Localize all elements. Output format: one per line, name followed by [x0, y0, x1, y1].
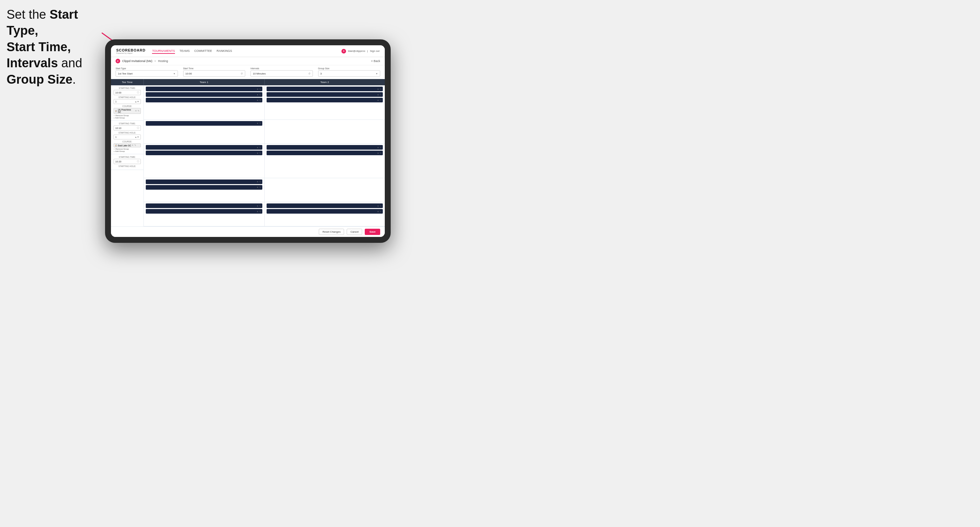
- th-team1: Team 1: [144, 79, 265, 85]
- start-type-select[interactable]: 1st Tee Start ▼: [116, 70, 178, 77]
- player-entry-3a-2: ✕ ✎: [146, 209, 262, 214]
- nav-links: TOURNAMENTS TEAMS COMMITTEE RANKINGS: [152, 49, 342, 54]
- course-tag-1: 🏌 (A) Peachtree GC ✕ ✎: [114, 108, 141, 114]
- player-edit-2a-2[interactable]: ✎: [259, 152, 261, 154]
- team2-col-2a: ✕ ✎ ✕ ✎: [265, 144, 385, 178]
- save-button[interactable]: Save: [365, 229, 380, 235]
- instruction-text: Set the Start Type, Start Time, Interval…: [6, 6, 111, 87]
- player-x-t2-2a-1[interactable]: ✕: [377, 146, 379, 149]
- nav-rankings[interactable]: RANKINGS: [217, 49, 232, 54]
- team-row-3a: ✕ ✎ ✕ ✎ ✕ ✎: [144, 202, 385, 226]
- remove-group-2[interactable]: ○ Remove Group: [114, 148, 141, 150]
- tee-group-1: STARTING TIME: 10:00 ⓘ STARTING HOLE: 1 …: [111, 85, 143, 121]
- player-edit-3a-1[interactable]: ✎: [259, 205, 261, 207]
- breadcrumb-logo: C: [116, 59, 120, 63]
- player-entry-t2-3a-2: ✕ ✎: [267, 209, 383, 214]
- player-x-3a-2[interactable]: ✕: [257, 210, 258, 213]
- course-remove-2[interactable]: ✕: [132, 144, 134, 147]
- player-edit-t2-2a-2[interactable]: ✎: [380, 152, 382, 154]
- starting-hole-value-1[interactable]: 1 ▲▼: [114, 99, 141, 104]
- table-body: STARTING TIME: 10:00 ⓘ STARTING HOLE: 1 …: [111, 85, 385, 226]
- player-edit-1a-3[interactable]: ✎: [259, 99, 261, 102]
- nav-teams[interactable]: TEAMS: [180, 49, 190, 54]
- nav-committee[interactable]: COMMITTEE: [194, 49, 212, 54]
- sign-out-link[interactable]: Sign out: [370, 49, 380, 52]
- player-edit-t2-3a-2[interactable]: ✎: [380, 210, 382, 213]
- player-entry-t2-1a-3: ✕ ✎: [267, 98, 383, 102]
- add-group-1[interactable]: + Add Group: [114, 117, 141, 119]
- group-size-select[interactable]: 3 ▼: [318, 70, 380, 77]
- starting-time-value-1[interactable]: 10:00 ⓘ: [114, 90, 141, 95]
- team-row-2a: ✕ ✎ ✕ ✎ ✕ ✎: [144, 144, 385, 178]
- player-edit-t2-2a-1[interactable]: ✎: [380, 146, 382, 149]
- player-x-1a-1[interactable]: ✕: [257, 88, 258, 90]
- starting-time-value-3[interactable]: 10:20 ⓘ: [114, 159, 141, 164]
- player-entry-t2-1a-1: ✕ ✎: [267, 87, 383, 91]
- remove-group-1[interactable]: ○ Remove Group: [114, 114, 141, 116]
- starting-hole-label-2: STARTING HOLE:: [114, 132, 141, 134]
- player-x-t2-3a-1[interactable]: ✕: [377, 205, 379, 207]
- th-team2: Team 2: [265, 79, 385, 85]
- start-type-arrow-icon: ▼: [173, 73, 176, 75]
- player-edit-2a-1[interactable]: ✎: [259, 146, 261, 149]
- team1-col-1a: ✕ ✎ ✕ ✎ ✕ ✎: [144, 85, 265, 119]
- tee-group-2: STARTING TIME: 10:10 ⓘ STARTING HOLE: 1 …: [111, 121, 143, 154]
- intervals-label: Intervals: [250, 67, 313, 70]
- intervals-select[interactable]: 10 Minutes ⏱: [250, 70, 313, 77]
- footer-bar: Reset Changes Cancel Save: [111, 226, 385, 237]
- hole-arrow-icon-2: ▲▼: [135, 136, 139, 138]
- player-x-t2-2a-2[interactable]: ✕: [377, 152, 379, 154]
- start-time-group: Start Time 10:00 ⏱: [183, 67, 246, 77]
- cancel-button[interactable]: Cancel: [347, 229, 362, 235]
- player-x-2a-1[interactable]: ✕: [257, 146, 258, 149]
- group-size-group: Group Size 3 ▼: [318, 67, 380, 77]
- player-entry-1a-3: ✕ ✎: [146, 98, 262, 102]
- back-button[interactable]: < Back: [371, 59, 380, 63]
- player-edit-t2-1a-2[interactable]: ✎: [380, 94, 382, 96]
- time-info-icon-2: ⓘ: [137, 126, 139, 130]
- player-x-3a-1[interactable]: ✕: [257, 205, 258, 207]
- player-x-t2-1a-1[interactable]: ✕: [377, 88, 379, 90]
- starting-hole-value-2[interactable]: 1 ▲▼: [114, 135, 141, 140]
- course-edit-2[interactable]: ✎: [134, 144, 136, 147]
- player-x-2a-2[interactable]: ✕: [257, 152, 258, 154]
- course-remove-1[interactable]: ✕: [135, 110, 137, 112]
- start-time-select[interactable]: 10:00 ⏱: [183, 70, 246, 77]
- player-x-t2-1a-2[interactable]: ✕: [377, 94, 379, 96]
- user-email: blair@clippd.io: [348, 49, 365, 52]
- add-group-2[interactable]: + Add Group: [114, 150, 141, 152]
- player-x-2b-1[interactable]: ✕: [257, 181, 258, 183]
- player-edit-2b-2[interactable]: ✎: [259, 186, 261, 188]
- player-entry-1a-1: ✕ ✎: [146, 87, 262, 91]
- nav-tournaments[interactable]: TOURNAMENTS: [152, 49, 175, 54]
- team2-col-1a: ✕ ✎ ✕ ✎ ✕ ✎: [265, 85, 385, 119]
- player-entry-1a-2: ✕ ✎: [146, 92, 262, 97]
- player-edit-t2-1a-1[interactable]: ✎: [380, 88, 382, 90]
- player-x-1a-2[interactable]: ✕: [257, 94, 258, 96]
- player-x-1b-1[interactable]: ✕: [257, 122, 258, 124]
- player-entry-t2-2a-1: ✕ ✎: [267, 145, 383, 150]
- player-edit-2b-1[interactable]: ✎: [259, 181, 261, 183]
- team1-col-3a: ✕ ✎ ✕ ✎: [144, 202, 265, 226]
- player-entry-2b-1: ✕ ✎: [146, 179, 262, 184]
- player-edit-1b-1[interactable]: ✎: [259, 122, 261, 124]
- player-edit-t2-1a-3[interactable]: ✎: [380, 99, 382, 102]
- player-x-2b-2[interactable]: ✕: [257, 186, 258, 188]
- player-x-t2-1a-3[interactable]: ✕: [377, 99, 379, 102]
- player-edit-t2-3a-1[interactable]: ✎: [380, 205, 382, 207]
- player-edit-1a-2[interactable]: ✎: [259, 94, 261, 96]
- player-entry-t2-2a-2: ✕ ✎: [267, 151, 383, 155]
- intervals-arrow-icon: ⏱: [308, 73, 310, 75]
- breadcrumb-hosting: Hosting: [158, 59, 168, 63]
- player-x-1a-3[interactable]: ✕: [257, 99, 258, 102]
- starting-time-value-2[interactable]: 10:10 ⓘ: [114, 125, 141, 130]
- reset-changes-button[interactable]: Reset Changes: [319, 229, 344, 235]
- course-edit-1[interactable]: ✎: [138, 110, 140, 112]
- player-x-t2-3a-2[interactable]: ✕: [377, 210, 379, 213]
- starting-time-label-3: STARTING TIME:: [114, 156, 141, 158]
- controls-row: Start Type 1st Tee Start ▼ Start Time 10…: [111, 65, 385, 79]
- start-type-group: Start Type 1st Tee Start ▼: [116, 67, 178, 77]
- player-edit-3a-2[interactable]: ✎: [259, 210, 261, 213]
- tee-group-3: STARTING TIME: 10:20 ⓘ STARTING HOLE:: [111, 154, 143, 170]
- player-edit-1a-1[interactable]: ✎: [259, 88, 261, 90]
